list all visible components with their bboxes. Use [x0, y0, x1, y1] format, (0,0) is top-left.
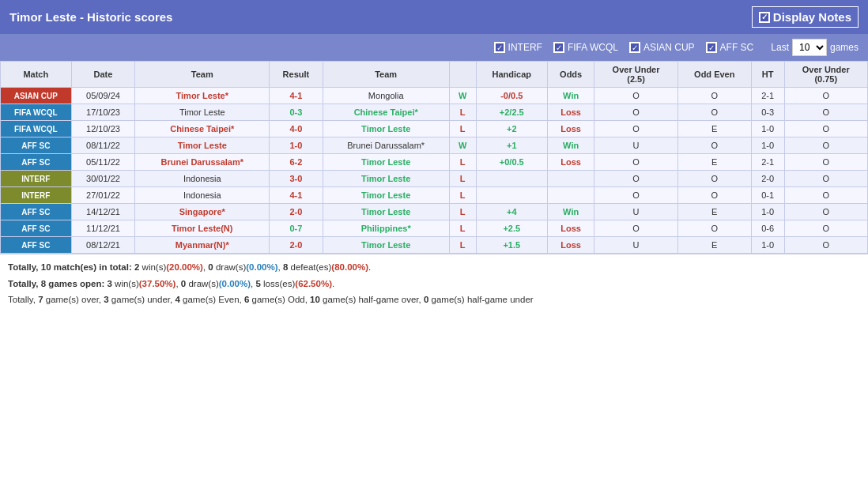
last-label: Last	[771, 42, 789, 53]
col-handicap: Handicap	[476, 62, 547, 88]
ou25-cell: O	[594, 187, 677, 204]
filter-bar: ✓ INTERF ✓ FIFA WCQL ✓ ASIAN CUP ✓ AFF S…	[0, 34, 868, 61]
filter-asian-cup[interactable]: ✓ ASIAN CUP	[629, 42, 695, 53]
oe-cell: O	[677, 137, 751, 154]
aff-sc-checkbox[interactable]: ✓	[706, 42, 717, 53]
ou25-cell: O	[594, 88, 677, 104]
outcome-cell: W	[449, 88, 476, 104]
oe-cell: E	[677, 121, 751, 137]
handicap-cell: -0/0.5	[476, 88, 547, 104]
handicap-cell: +1.5	[476, 237, 547, 254]
filter-fifa-wcql[interactable]: ✓ FIFA WCQL	[553, 42, 618, 53]
last-games-filter: Last 10 20 30 games	[771, 39, 859, 56]
table-row: INTERF 27/01/22 Indonesia 4-1 Timor Lest…	[1, 187, 868, 204]
team1-cell: Chinese Taipei*	[135, 121, 270, 137]
scores-table: Match Date Team Result Team Handicap Odd…	[0, 61, 868, 254]
ou25-cell: U	[594, 204, 677, 220]
handicap-cell: +4	[476, 204, 547, 220]
ou075-cell: O	[784, 237, 867, 254]
col-date: Date	[71, 62, 135, 88]
ou25-cell: O	[594, 220, 677, 237]
result-cell: 0-7	[270, 220, 323, 237]
handicap-cell: +2.5	[476, 220, 547, 237]
result-cell: 0-3	[270, 104, 323, 121]
ou25-cell: O	[594, 104, 677, 121]
team2-cell: Timor Leste	[323, 187, 449, 204]
ht-cell: 2-1	[751, 88, 784, 104]
header: Timor Leste - Historic scores ✓ Display …	[0, 0, 868, 34]
result-cell: 1-0	[270, 137, 323, 154]
team1-cell: Singapore*	[135, 204, 270, 220]
oe-cell: O	[677, 220, 751, 237]
result-cell: 4-1	[270, 187, 323, 204]
games-label: games	[830, 42, 859, 53]
outcome-cell: L	[449, 220, 476, 237]
date-cell: 14/12/21	[71, 204, 135, 220]
date-cell: 12/10/23	[71, 121, 135, 137]
filter-aff-sc[interactable]: ✓ AFF SC	[706, 42, 754, 53]
ou075-cell: O	[784, 121, 867, 137]
display-notes-checkbox[interactable]: ✓	[759, 12, 770, 23]
handicap-cell: +0/0.5	[476, 154, 547, 171]
outcome-cell: L	[449, 171, 476, 187]
team2-cell: Timor Leste	[323, 154, 449, 171]
interf-checkbox[interactable]: ✓	[494, 42, 505, 53]
table-row: AFF SC 14/12/21 Singapore* 2-0 Timor Les…	[1, 204, 868, 220]
col-oe: Odd Even	[677, 62, 751, 88]
ou075-cell: O	[784, 88, 867, 104]
team1-cell: Timor Leste	[135, 104, 270, 121]
handicap-cell: +1	[476, 137, 547, 154]
table-row: AFF SC 08/12/21 Myanmar(N)* 2-0 Timor Le…	[1, 237, 868, 254]
handicap-cell	[476, 187, 547, 204]
date-cell: 08/12/21	[71, 237, 135, 254]
date-cell: 05/09/24	[71, 88, 135, 104]
display-notes-label: Display Notes	[773, 10, 851, 24]
ou25-cell: O	[594, 171, 677, 187]
col-result: Result	[270, 62, 323, 88]
outcome-cell: L	[449, 121, 476, 137]
summary-section: Totally, 10 match(es) in total: 2 win(s)…	[0, 254, 868, 313]
oe-cell: O	[677, 171, 751, 187]
col-ou075: Over Under(0.75)	[784, 62, 867, 88]
oe-cell: O	[677, 104, 751, 121]
odds-cell: Loss	[547, 237, 594, 254]
oe-cell: O	[677, 88, 751, 104]
team1-cell: Indonesia	[135, 187, 270, 204]
asian-cup-checkbox[interactable]: ✓	[629, 42, 640, 53]
date-cell: 30/01/22	[71, 171, 135, 187]
match-type-cell: AFF SC	[1, 137, 72, 154]
last-games-select[interactable]: 10 20 30	[792, 39, 827, 56]
page-title: Timor Leste - Historic scores	[9, 10, 172, 24]
outcome-cell: L	[449, 204, 476, 220]
col-match: Match	[1, 62, 72, 88]
ou25-cell: U	[594, 237, 677, 254]
table-row: AFF SC 11/12/21 Timor Leste(N) 0-7 Phili…	[1, 220, 868, 237]
table-row: FIFA WCQL 12/10/23 Chinese Taipei* 4-0 T…	[1, 121, 868, 137]
team1-cell: Timor Leste(N)	[135, 220, 270, 237]
filter-interf[interactable]: ✓ INTERF	[494, 42, 542, 53]
outcome-cell: L	[449, 104, 476, 121]
total-matches: 10	[41, 262, 51, 272]
ht-cell: 1-0	[751, 204, 784, 220]
oe-cell: E	[677, 204, 751, 220]
header-right: ✓ Display Notes	[752, 6, 859, 28]
odds-cell: Loss	[547, 154, 594, 171]
table-row: ASIAN CUP 05/09/24 Timor Leste* 4-1 Mong…	[1, 88, 868, 104]
ht-cell: 1-0	[751, 137, 784, 154]
team2-cell: Timor Leste	[323, 121, 449, 137]
interf-label: INTERF	[508, 42, 542, 53]
team2-cell: Timor Leste	[323, 237, 449, 254]
result-cell: 2-0	[270, 204, 323, 220]
ht-cell: 0-6	[751, 220, 784, 237]
result-cell: 3-0	[270, 171, 323, 187]
odds-cell: Loss	[547, 104, 594, 121]
team2-cell: Timor Leste	[323, 204, 449, 220]
date-cell: 11/12/21	[71, 220, 135, 237]
summary-line3: Totally, 7 game(s) over, 3 game(s) under…	[8, 292, 860, 308]
ou075-cell: O	[784, 187, 867, 204]
ou075-cell: O	[784, 220, 867, 237]
fifa-wcql-checkbox[interactable]: ✓	[553, 42, 564, 53]
ou075-cell: O	[784, 154, 867, 171]
handicap-cell	[476, 171, 547, 187]
odds-cell: Loss	[547, 220, 594, 237]
